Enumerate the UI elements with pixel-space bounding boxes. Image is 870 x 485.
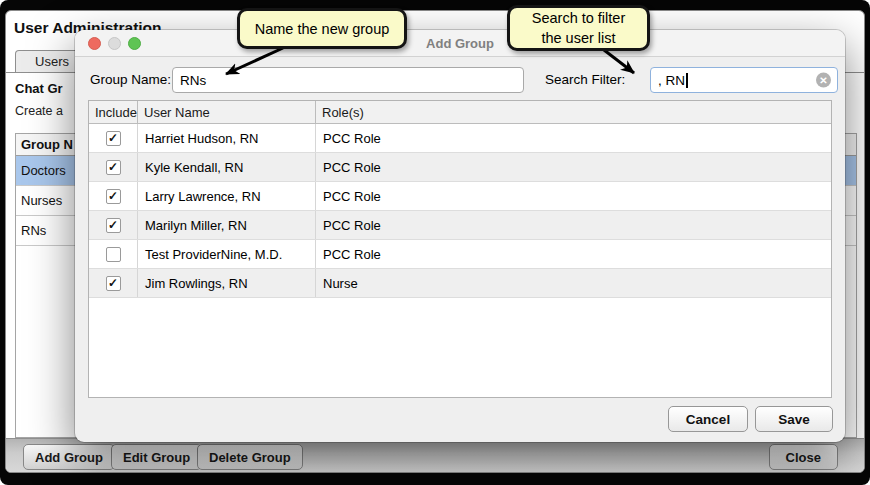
cancel-button[interactable]: Cancel [668, 406, 748, 432]
callout-text-line2: the user list [541, 28, 615, 48]
user-name-cell: Harriet Hudson, RN [138, 124, 316, 152]
callout-search-filter: Search to filter the user list [507, 5, 650, 51]
check-icon: ✓ [108, 277, 118, 289]
user-name-cell: Jim Rowlings, RN [138, 269, 316, 297]
callout-text-line1: Search to filter [532, 8, 626, 28]
save-button[interactable]: Save [755, 406, 833, 432]
check-icon: ✓ [108, 190, 118, 202]
user-table-header: Include User Name Role(s) [89, 101, 831, 124]
group-name-value: RNs [180, 73, 206, 88]
search-filter-value: , RN [658, 73, 685, 88]
table-row: ✓ Kyle Kendall, RN PCC Role [89, 153, 831, 182]
include-checkbox[interactable]: ✓ [106, 131, 121, 146]
chat-groups-heading: Chat Gr [15, 81, 63, 96]
include-checkbox[interactable]: ✓ [106, 218, 121, 233]
add-group-button[interactable]: Add Group [23, 444, 115, 470]
clear-search-icon[interactable]: ✕ [816, 73, 831, 88]
user-name-cell: Marilyn Miller, RN [138, 211, 316, 239]
column-header-user-name: User Name [138, 101, 316, 123]
search-filter-input[interactable]: , RN ✕ [650, 67, 838, 93]
search-filter-label: Search Filter: [545, 72, 625, 87]
table-row: ✓ Jim Rowlings, RN Nurse [89, 269, 831, 298]
include-checkbox[interactable]: ✓ [106, 189, 121, 204]
add-group-dialog: Add Group Group Name: RNs Search Filter:… [75, 30, 845, 442]
user-name-cell: Larry Lawrence, RN [138, 182, 316, 210]
column-header-include: Include [89, 101, 138, 123]
table-row: ✓ Marilyn Miller, RN PCC Role [89, 211, 831, 240]
table-row: ✓ Larry Lawrence, RN PCC Role [89, 182, 831, 211]
group-name-input[interactable]: RNs [172, 67, 524, 93]
table-row: ✓ Harriet Hudson, RN PCC Role [89, 124, 831, 153]
callout-text: Name the new group [255, 19, 390, 39]
include-checkbox[interactable]: ✓ [106, 247, 121, 262]
check-icon: ✓ [108, 161, 118, 173]
screenshot-frame: User Administration Users Chat Gr Create… [0, 0, 870, 485]
text-cursor [686, 73, 688, 88]
role-cell: PCC Role [316, 211, 831, 239]
user-name-cell: Test ProviderNine, M.D. [138, 240, 316, 268]
role-cell: Nurse [316, 269, 831, 297]
group-name-label: Group Name: [90, 72, 171, 87]
dialog-titlebar: Add Group [75, 30, 845, 57]
check-icon: ✓ [108, 219, 118, 231]
close-button[interactable]: Close [769, 444, 838, 470]
column-header-roles: Role(s) [316, 101, 831, 123]
callout-name-group: Name the new group [237, 8, 407, 49]
role-cell: PCC Role [316, 124, 831, 152]
user-name-cell: Kyle Kendall, RN [138, 153, 316, 181]
role-cell: PCC Role [316, 153, 831, 181]
chat-groups-subtext: Create a [15, 104, 63, 118]
delete-group-button[interactable]: Delete Group [197, 444, 303, 470]
include-checkbox[interactable]: ✓ [106, 276, 121, 291]
include-checkbox[interactable]: ✓ [106, 160, 121, 175]
table-row: ✓ Test ProviderNine, M.D. PCC Role [89, 240, 831, 269]
user-table: Include User Name Role(s) ✓ Harriet Huds… [88, 100, 832, 398]
dialog-title: Add Group [75, 30, 845, 57]
check-icon: ✓ [108, 132, 118, 144]
role-cell: PCC Role [316, 182, 831, 210]
edit-group-button[interactable]: Edit Group [111, 444, 202, 470]
role-cell: PCC Role [316, 240, 831, 268]
